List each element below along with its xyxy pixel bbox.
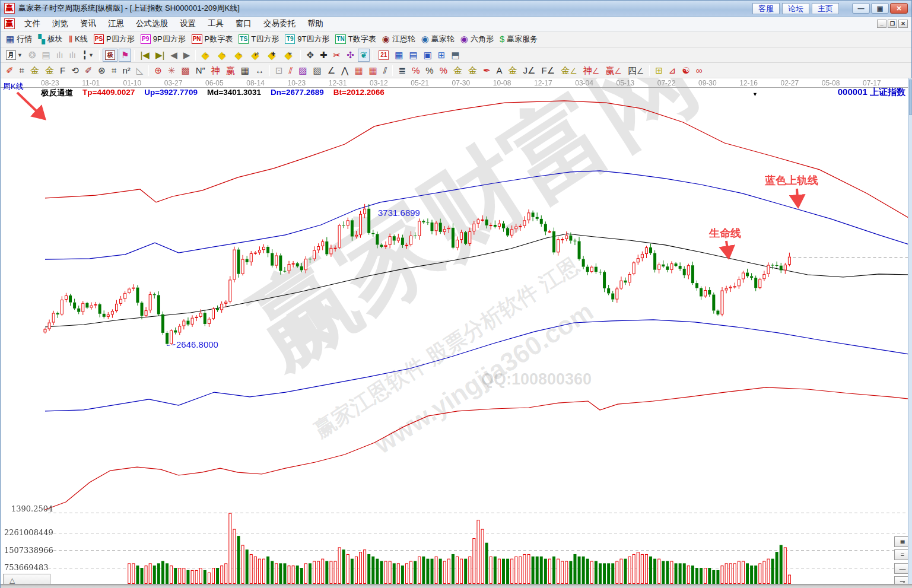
- a-wave-icon[interactable]: A: [494, 64, 505, 77]
- ying-grid-icon[interactable]: 赢: [224, 64, 237, 77]
- grid-gold-icon[interactable]: ⊞: [653, 64, 665, 77]
- bars9-icon[interactable]: ılı: [66, 49, 78, 62]
- square-burst-icon[interactable]: ▩: [179, 64, 192, 77]
- spiral-icon[interactable]: ⟲: [69, 64, 81, 77]
- calculator-button[interactable]: ▦: [392, 49, 405, 62]
- pan-hand-button[interactable]: ✥: [304, 49, 316, 62]
- kline-button[interactable]: ⫴K线: [66, 33, 90, 46]
- menu-6[interactable]: 工具: [202, 17, 230, 30]
- calendar-button[interactable]: 21: [376, 49, 391, 62]
- measure-scissors-button[interactable]: ✂: [331, 49, 344, 62]
- p-number-table-button[interactable]: PNP数字表: [189, 33, 236, 46]
- menu-5[interactable]: 设置: [174, 17, 202, 30]
- save-button[interactable]: ▣: [421, 49, 434, 62]
- shen-angle-icon[interactable]: 神∠: [581, 64, 602, 77]
- menu-1[interactable]: 浏览: [46, 17, 74, 30]
- pen-tool-icon[interactable]: ✐: [4, 64, 16, 77]
- gold-circle-icon[interactable]: 金: [451, 64, 465, 77]
- ray-burst-icon[interactable]: ✳: [166, 64, 178, 77]
- j-angle-icon[interactable]: J∠: [521, 64, 538, 77]
- comb-grid-icon[interactable]: ⌗: [17, 64, 27, 77]
- zoom-in-all-button[interactable]: ◆✚: [265, 49, 281, 62]
- horizontal-scrollbar[interactable]: [1, 584, 912, 588]
- n-wave-icon[interactable]: N″: [193, 64, 208, 77]
- box-fan2-icon[interactable]: ▧: [310, 64, 323, 77]
- box-fan-icon[interactable]: ▨: [296, 64, 309, 77]
- winner-service-button[interactable]: $赢家服务: [497, 33, 540, 46]
- percent-line-icon[interactable]: ℅: [409, 64, 422, 77]
- candlestick-chart-canvas[interactable]: [1, 78, 912, 588]
- zoom-out-all-button[interactable]: ◆✳: [282, 49, 297, 62]
- t-square-button[interactable]: TST四方形: [236, 33, 281, 46]
- vertical-scrollbar-thumb[interactable]: [909, 80, 912, 115]
- protractor-icon[interactable]: ◺: [134, 64, 146, 77]
- gold-grid2-icon[interactable]: 金: [43, 64, 56, 77]
- t9-square-button[interactable]: T99T四方形: [282, 33, 332, 46]
- service-button[interactable]: 客服: [752, 3, 780, 14]
- angle-lines-icon[interactable]: ∠: [325, 64, 338, 77]
- restore-button[interactable]: ▣: [871, 3, 889, 14]
- sectors-button[interactable]: ▚板块: [36, 33, 65, 46]
- cycle-circle-icon[interactable]: ⊛: [96, 64, 108, 77]
- forum-button[interactable]: 论坛: [782, 3, 809, 14]
- menu-7[interactable]: 窗口: [230, 17, 258, 30]
- menu-3[interactable]: 江恩: [102, 17, 130, 30]
- p9-square-button[interactable]: P99P四方形: [138, 33, 188, 46]
- next-bar-button[interactable]: ▶: [181, 49, 193, 62]
- wave-chart-icon[interactable]: ❂: [26, 49, 39, 62]
- color-histogram-button[interactable]: ⚑: [119, 49, 131, 62]
- period-month-button[interactable]: 月▼: [4, 49, 25, 62]
- ruler-comb-icon[interactable]: ⌗: [109, 64, 119, 77]
- crosshair-button[interactable]: ✚: [317, 49, 330, 62]
- zoom-out-h-button[interactable]: ◆←: [199, 49, 214, 62]
- minimize-button[interactable]: —: [852, 3, 870, 14]
- pen-angle-icon[interactable]: ✐: [82, 64, 95, 77]
- menu-2[interactable]: 资讯: [74, 17, 102, 30]
- zigzag-icon[interactable]: ⋀: [339, 64, 351, 77]
- winner-wheel-button[interactable]: ◉赢家轮: [419, 33, 457, 46]
- t-number-table-button[interactable]: TNT数字表: [333, 33, 378, 46]
- mdi-close-button[interactable]: ✕: [898, 20, 908, 28]
- gold-line-icon[interactable]: 金: [466, 64, 479, 77]
- memo-icon[interactable]: ▤: [40, 49, 53, 62]
- hexagon-button[interactable]: ◉六角形: [458, 33, 496, 46]
- home-button[interactable]: 主页: [812, 3, 839, 14]
- prev-bar-button[interactable]: ◀: [168, 49, 180, 62]
- chart-area[interactable]: 赢家财富网 赢家江恩软件 股票分析软件 江恩 www.yingjia360.co…: [1, 78, 912, 588]
- f-angle-icon[interactable]: F∠: [539, 64, 558, 77]
- web-sync-button[interactable]: ⊞: [436, 49, 448, 62]
- gold-angle2-icon[interactable]: 金∠: [558, 64, 579, 77]
- percent-bar-icon[interactable]: %: [437, 64, 450, 77]
- grid-red-dot-icon[interactable]: ▦: [367, 64, 380, 77]
- target-crosshair-icon[interactable]: ⊕: [152, 64, 164, 77]
- brush-measure-icon[interactable]: ✒: [481, 64, 493, 77]
- last-page-button[interactable]: ▶|: [153, 49, 167, 62]
- fan-rays-icon[interactable]: ⫽: [287, 64, 295, 77]
- menu-9[interactable]: 帮助: [301, 17, 329, 30]
- taichi-icon[interactable]: ☯: [679, 64, 692, 77]
- menu-8[interactable]: 交易委托: [258, 17, 301, 30]
- gann-wheel-button[interactable]: ◉江恩轮: [380, 33, 418, 46]
- menu-0[interactable]: 文件: [18, 17, 46, 30]
- box-tool-icon[interactable]: ⊡: [273, 64, 285, 77]
- grid-red-icon[interactable]: ▦: [352, 64, 365, 77]
- si-angle-icon[interactable]: 四∠: [625, 64, 646, 77]
- bars3-icon[interactable]: ılı: [54, 49, 66, 62]
- width-measure-icon[interactable]: ↔: [253, 64, 266, 77]
- report-button[interactable]: ▤: [406, 49, 420, 62]
- remote-pc-button[interactable]: ⬒: [449, 49, 462, 62]
- zoom-in-h-button[interactable]: ◆→: [215, 49, 231, 62]
- gold-angle-icon[interactable]: 金: [506, 64, 520, 77]
- jifan-channel-button[interactable]: 极: [103, 49, 117, 62]
- expand-h-button[interactable]: ◆↔: [232, 49, 247, 62]
- compress-h-button[interactable]: ◆⇄: [249, 49, 264, 62]
- percent-icon[interactable]: %: [423, 64, 436, 77]
- first-page-button[interactable]: |◀: [138, 49, 151, 62]
- menu-4[interactable]: 公式选股: [130, 17, 174, 30]
- close-button[interactable]: ✕: [890, 3, 908, 14]
- trend-chart-icon[interactable]: ⊿: [666, 64, 679, 77]
- gold-grid-icon[interactable]: 金: [28, 64, 42, 77]
- price-grid-icon[interactable]: ▦: [239, 64, 252, 77]
- gann-shape-button[interactable]: ✣: [344, 49, 357, 62]
- parallel-lines-icon[interactable]: ⫽: [381, 64, 390, 77]
